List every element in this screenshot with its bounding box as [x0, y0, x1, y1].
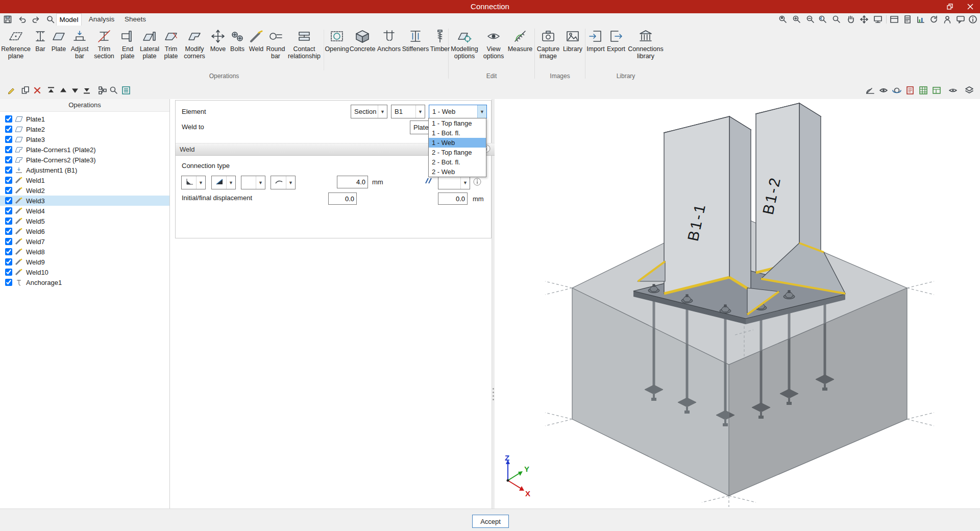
- ribbon-item-connections-library[interactable]: Connections library: [626, 28, 665, 60]
- tree-checkbox[interactable]: [5, 177, 12, 184]
- weld-to-value[interactable]: Plate: [410, 120, 430, 134]
- close-icon[interactable]: [963, 1, 978, 12]
- delete-icon[interactable]: [32, 85, 43, 96]
- move-down-icon[interactable]: [69, 85, 81, 96]
- viewport-3d[interactable]: B1-1 B1-2 Z Y X: [495, 99, 980, 509]
- tree-item-plate-corners2[interactable]: Plate-Corners2 (Plate3): [0, 155, 169, 165]
- tree-item-weld10[interactable]: Weld10: [0, 267, 169, 277]
- tree-item-weld6[interactable]: Weld6: [0, 226, 169, 236]
- ribbon-item-bolts[interactable]: Bolts: [228, 28, 247, 53]
- eye-icon[interactable]: [947, 85, 959, 96]
- tab-analysis[interactable]: Analysis: [86, 13, 117, 26]
- tree-item-plate1[interactable]: Plate1: [0, 114, 169, 124]
- tree-item-weld3[interactable]: Weld3: [0, 196, 169, 206]
- ribbon-item-plate[interactable]: Plate: [49, 28, 68, 53]
- ribbon-item-lateral-plate[interactable]: Lateral plate: [138, 28, 161, 60]
- dropdown-option[interactable]: 2 - Bot. fl.: [429, 157, 486, 167]
- tree-item-plate2[interactable]: Plate2: [0, 124, 169, 134]
- tree-item-weld9[interactable]: Weld9: [0, 257, 169, 267]
- weld-material-combo[interactable]: ▼: [211, 176, 236, 189]
- tree-checkbox[interactable]: [5, 248, 12, 255]
- tree-checkbox[interactable]: [5, 156, 12, 163]
- weld-option-combo[interactable]: ▼: [241, 176, 265, 189]
- help-icon[interactable]: [968, 14, 978, 25]
- tab-sheets[interactable]: Sheets: [122, 13, 148, 26]
- tree-checkbox[interactable]: [5, 136, 12, 143]
- search-icon[interactable]: [108, 85, 119, 96]
- ribbon-item-adjust-bar[interactable]: Adjust bar: [68, 28, 91, 60]
- dropdown-option[interactable]: 2 - Top flange: [429, 148, 486, 157]
- tree-item-weld4[interactable]: Weld4: [0, 206, 169, 216]
- refresh-icon[interactable]: [929, 14, 939, 25]
- ribbon-item-reference-plane[interactable]: Reference plane: [0, 28, 32, 60]
- ribbon-item-import[interactable]: Import: [585, 28, 606, 53]
- move-up-icon[interactable]: [58, 85, 69, 96]
- ribbon-item-move[interactable]: Move: [208, 28, 228, 53]
- ribbon-item-stiffeners[interactable]: Stiffeners: [402, 28, 429, 53]
- pan-icon[interactable]: [845, 14, 855, 25]
- ribbon-item-modify-corners[interactable]: Modify corners: [181, 28, 208, 60]
- restore-icon[interactable]: [942, 1, 958, 12]
- tree-item-weld8[interactable]: Weld8: [0, 247, 169, 257]
- fit-screen-icon[interactable]: [873, 14, 883, 25]
- user-icon[interactable]: [942, 14, 952, 25]
- tree-view-icon[interactable]: [97, 85, 108, 96]
- tree-checkbox[interactable]: [5, 269, 12, 276]
- dropdown-option[interactable]: 1 - Top flange: [429, 118, 486, 128]
- layers-icon[interactable]: [964, 85, 975, 96]
- tree-item-plate3[interactable]: Plate3: [0, 134, 169, 144]
- tree-checkbox[interactable]: [5, 238, 12, 245]
- ribbon-item-end-plate[interactable]: End plate: [117, 28, 138, 60]
- tree-checkbox[interactable]: [5, 166, 12, 174]
- ribbon-item-export[interactable]: Export: [606, 28, 626, 53]
- tree-item-adjustment1[interactable]: Adjustment1 (B1): [0, 165, 169, 175]
- zoom-all-icon[interactable]: [792, 14, 802, 25]
- tree-item-weld7[interactable]: Weld7: [0, 236, 169, 247]
- displacement-end-input[interactable]: [438, 192, 468, 205]
- tree-item-weld1[interactable]: Weld1: [0, 175, 169, 185]
- ribbon-item-timber[interactable]: Timber: [429, 28, 451, 53]
- ribbon-item-weld[interactable]: Weld: [247, 28, 265, 53]
- tree-checkbox[interactable]: [5, 258, 12, 266]
- tree-checkbox[interactable]: [5, 279, 12, 286]
- settings-icon[interactable]: [120, 85, 132, 96]
- ribbon-item-anchors[interactable]: Anchors: [376, 28, 402, 53]
- info-icon[interactable]: [473, 178, 481, 186]
- report-icon[interactable]: [904, 85, 916, 96]
- edit-icon[interactable]: [6, 85, 17, 96]
- save-icon[interactable]: [2, 14, 13, 25]
- angle-measure-icon[interactable]: [865, 85, 876, 96]
- tree-checkbox[interactable]: [5, 126, 12, 133]
- tree-item-plate-corners1[interactable]: Plate-Corners1 (Plate2): [0, 144, 169, 155]
- element-part-combo[interactable]: 1 - Web▼: [429, 105, 487, 118]
- copy-icon[interactable]: [20, 85, 31, 96]
- results-grid-icon[interactable]: [918, 85, 929, 96]
- comment-icon[interactable]: [955, 14, 966, 25]
- tree-checkbox[interactable]: [5, 218, 12, 225]
- layout-icon[interactable]: [889, 14, 899, 25]
- ribbon-item-trim-section[interactable]: Trim section: [91, 28, 117, 60]
- ribbon-item-modelling-options[interactable]: Modelling options: [449, 28, 480, 60]
- ribbon-item-measure[interactable]: Measure: [507, 28, 533, 53]
- throat-thickness-input[interactable]: [337, 176, 368, 188]
- ribbon-item-contact-relationship[interactable]: Contact relationship: [286, 28, 323, 60]
- ribbon-item-picture-library[interactable]: Library: [561, 28, 584, 53]
- element-type-combo[interactable]: Section▼: [351, 105, 387, 118]
- displacement-start-input[interactable]: [328, 192, 357, 205]
- zoom-icon[interactable]: [831, 14, 842, 25]
- ribbon-item-round-bar[interactable]: Round bar: [265, 28, 286, 60]
- ribbon-item-concrete[interactable]: Concrete: [349, 28, 376, 53]
- tree-checkbox[interactable]: [5, 197, 12, 204]
- tab-model[interactable]: Model: [56, 13, 82, 26]
- zoom-in-icon[interactable]: [805, 14, 816, 25]
- ribbon-item-capture-image[interactable]: Capture image: [535, 28, 561, 60]
- ribbon-item-opening[interactable]: Opening: [325, 28, 349, 53]
- results-table-icon[interactable]: [931, 85, 942, 96]
- redo-icon[interactable]: [31, 14, 42, 25]
- ribbon-item-bar[interactable]: Bar: [32, 28, 49, 53]
- move-top-icon[interactable]: [45, 85, 57, 96]
- ribbon-item-view-options[interactable]: View options: [480, 28, 507, 60]
- element-member-combo[interactable]: B1▼: [391, 105, 425, 118]
- tree-item-anchorage1[interactable]: Anchorage1: [0, 277, 169, 287]
- dropdown-option[interactable]: 1 - Bot. fl.: [429, 128, 486, 138]
